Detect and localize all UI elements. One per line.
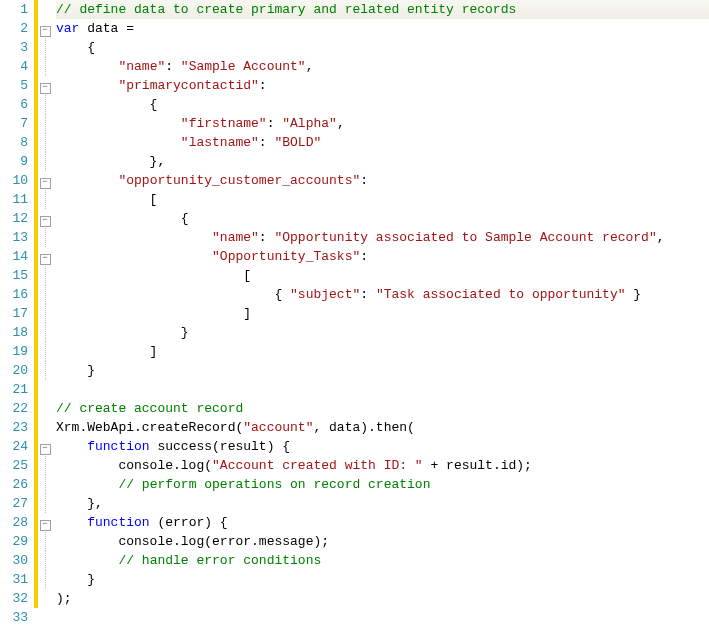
code-token xyxy=(56,230,212,245)
code-line[interactable]: ] xyxy=(56,304,709,323)
code-token: , xyxy=(337,116,345,131)
code-token: "BOLD" xyxy=(274,135,321,150)
code-line[interactable] xyxy=(56,608,709,627)
code-line[interactable]: "name": "Sample Account", xyxy=(56,57,709,76)
fold-cell[interactable]: − xyxy=(38,513,52,532)
code-line[interactable]: }, xyxy=(56,494,709,513)
fold-guide-line xyxy=(45,95,46,114)
code-line[interactable] xyxy=(56,380,709,399)
fold-toggle-icon[interactable]: − xyxy=(40,520,51,531)
line-number: 28 xyxy=(0,513,28,532)
line-number: 24 xyxy=(0,437,28,456)
code-line[interactable]: Xrm.WebApi.createRecord("account", data)… xyxy=(56,418,709,437)
fold-guide-line xyxy=(45,323,46,342)
line-number: 27 xyxy=(0,494,28,513)
line-number: 23 xyxy=(0,418,28,437)
fold-toggle-icon[interactable]: − xyxy=(40,83,51,94)
code-line[interactable]: // perform operations on record creation xyxy=(56,475,709,494)
code-line[interactable]: "opportunity_customer_accounts": xyxy=(56,171,709,190)
code-line[interactable]: function success(result) { xyxy=(56,437,709,456)
fold-cell xyxy=(38,285,52,304)
code-token: success(result) { xyxy=(150,439,290,454)
line-number: 3 xyxy=(0,38,28,57)
fold-cell xyxy=(38,190,52,209)
fold-guide-line xyxy=(45,266,46,285)
code-line[interactable]: { xyxy=(56,209,709,228)
fold-toggle-icon[interactable]: − xyxy=(40,254,51,265)
code-token: "lastname" xyxy=(181,135,259,150)
code-token: { xyxy=(56,287,290,302)
code-line[interactable]: // create account record xyxy=(56,399,709,418)
code-line[interactable]: [ xyxy=(56,190,709,209)
code-token: : xyxy=(360,173,368,188)
fold-toggle-icon[interactable]: − xyxy=(40,444,51,455)
code-line[interactable]: console.log(error.message); xyxy=(56,532,709,551)
code-line[interactable]: { xyxy=(56,95,709,114)
fold-cell xyxy=(38,570,52,589)
code-token: function xyxy=(87,515,149,530)
code-token: : xyxy=(259,230,275,245)
code-token: console.log( xyxy=(56,458,212,473)
code-line[interactable]: } xyxy=(56,570,709,589)
code-line[interactable]: { "subject": "Task associated to opportu… xyxy=(56,285,709,304)
line-number: 20 xyxy=(0,361,28,380)
code-line[interactable]: "Opportunity_Tasks": xyxy=(56,247,709,266)
code-line[interactable]: } xyxy=(56,323,709,342)
code-line[interactable]: console.log("Account created with ID: " … xyxy=(56,456,709,475)
fold-guide-line xyxy=(45,456,46,475)
fold-toggle-icon[interactable]: − xyxy=(40,216,51,227)
code-token xyxy=(56,173,118,188)
code-area[interactable]: // define data to create primary and rel… xyxy=(52,0,709,629)
fold-cell[interactable]: − xyxy=(38,19,52,38)
code-token: : xyxy=(259,135,275,150)
fold-guide-line xyxy=(45,190,46,209)
fold-cell xyxy=(38,608,52,627)
code-token: } xyxy=(626,287,642,302)
code-token xyxy=(56,78,118,93)
code-line[interactable]: }, xyxy=(56,152,709,171)
code-line[interactable]: ); xyxy=(56,589,709,608)
fold-cell xyxy=(38,399,52,418)
fold-cell[interactable]: − xyxy=(38,209,52,228)
code-line[interactable]: "name": "Opportunity associated to Sampl… xyxy=(56,228,709,247)
code-line[interactable]: // define data to create primary and rel… xyxy=(56,0,709,19)
code-token xyxy=(56,249,212,264)
line-number: 14 xyxy=(0,247,28,266)
code-token: } xyxy=(56,363,95,378)
fold-cell xyxy=(38,418,52,437)
line-number: 31 xyxy=(0,570,28,589)
fold-cell xyxy=(38,152,52,171)
fold-cell xyxy=(38,342,52,361)
code-line[interactable]: var data = xyxy=(56,19,709,38)
fold-cell xyxy=(38,133,52,152)
line-number: 2 xyxy=(0,19,28,38)
line-number: 25 xyxy=(0,456,28,475)
code-editor[interactable]: 1234567891011121314151617181920212223242… xyxy=(0,0,709,629)
code-line[interactable]: [ xyxy=(56,266,709,285)
fold-cell[interactable]: − xyxy=(38,76,52,95)
code-line[interactable]: } xyxy=(56,361,709,380)
line-number: 32 xyxy=(0,589,28,608)
code-line[interactable]: // handle error conditions xyxy=(56,551,709,570)
code-line[interactable]: "primarycontactid": xyxy=(56,76,709,95)
fold-toggle-icon[interactable]: − xyxy=(40,178,51,189)
code-line[interactable]: function (error) { xyxy=(56,513,709,532)
code-line[interactable]: "firstname": "Alpha", xyxy=(56,114,709,133)
code-line[interactable]: ] xyxy=(56,342,709,361)
code-line[interactable]: "lastname": "BOLD" xyxy=(56,133,709,152)
fold-cell[interactable]: − xyxy=(38,247,52,266)
line-number: 12 xyxy=(0,209,28,228)
fold-toggle-icon[interactable]: − xyxy=(40,26,51,37)
code-line[interactable]: { xyxy=(56,38,709,57)
code-token xyxy=(56,116,181,131)
code-token: "Opportunity_Tasks" xyxy=(212,249,360,264)
fold-cell xyxy=(38,57,52,76)
line-number: 9 xyxy=(0,152,28,171)
code-token: "opportunity_customer_accounts" xyxy=(118,173,360,188)
fold-guide-line xyxy=(45,57,46,76)
code-token: // define data to create primary and rel… xyxy=(56,2,516,17)
fold-cell[interactable]: − xyxy=(38,437,52,456)
fold-guide-line xyxy=(45,475,46,494)
fold-cell[interactable]: − xyxy=(38,171,52,190)
fold-column[interactable]: −−−−−−− xyxy=(38,0,52,629)
